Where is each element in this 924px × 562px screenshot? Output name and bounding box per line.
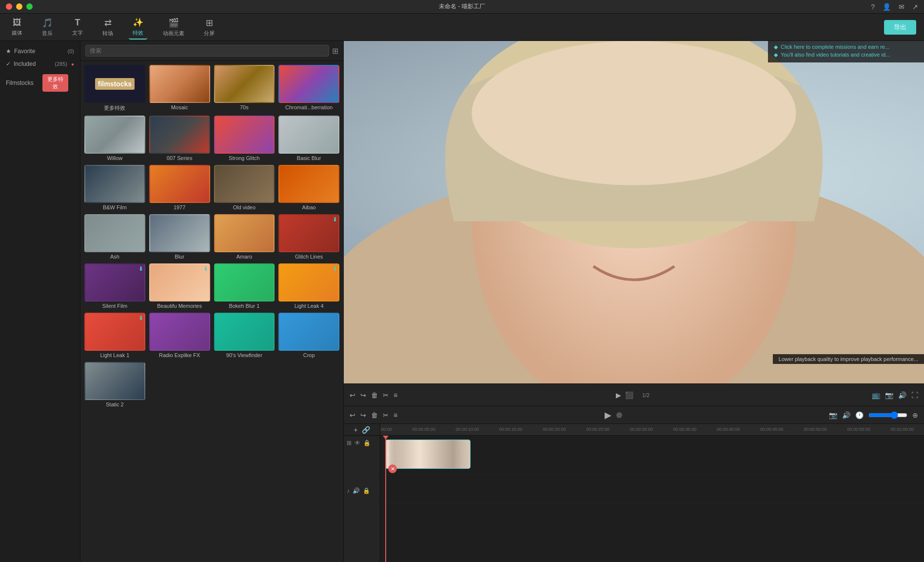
tl-zoom-reset-button[interactable]: ⊕ [912, 411, 918, 419]
preview-area: ◆ Click here to complete missions and ea… [344, 41, 924, 383]
notif-dot-2: ◆ [774, 52, 778, 58]
toolbar-split[interactable]: ⊞ 分屏 [200, 16, 218, 39]
effect-blur[interactable]: Blur [149, 214, 210, 260]
tl-undo-button[interactable]: ↩ [350, 411, 355, 419]
cut-ctrl-button[interactable]: ✂ [383, 391, 389, 399]
clip-delete-button[interactable]: ✕ [388, 464, 397, 473]
zoom-slider[interactable] [868, 411, 907, 419]
effect-willow[interactable]: Willow [84, 116, 145, 161]
effect-static-2[interactable]: Static 2 [84, 362, 145, 407]
effect-crop[interactable]: Crop [278, 313, 339, 358]
filmstocks-more-button[interactable]: 更多特效 [42, 74, 68, 92]
maximize-button[interactable] [26, 3, 33, 10]
playback-warning[interactable]: Lower playback quality to improve playba… [773, 354, 924, 364]
effect-ash[interactable]: Ash [84, 214, 145, 260]
tl-end-button[interactable] [616, 412, 622, 418]
preview-controls: ↩ ↪ 🗑 ✂ ≡ ▶ ⬛ 1/2 📺 📷 🔊 ⛶ [344, 383, 924, 406]
ruler-mark-12: 00:01:00:00 [891, 427, 914, 432]
redo-ctrl-button[interactable]: ↪ [360, 391, 366, 399]
video-track-add-button[interactable]: ⊞ [347, 440, 352, 446]
screenshot-button[interactable]: 📷 [885, 391, 893, 399]
video-track-row: ⋮ ✕ [380, 436, 924, 475]
close-button[interactable] [6, 3, 12, 10]
effect-1977[interactable]: 1977 [149, 165, 210, 210]
effect-filmstocks[interactable]: filmstocks 更多特效 [84, 65, 145, 112]
toolbar-effects[interactable]: ✨ 特效 [129, 15, 147, 40]
mail-icon[interactable]: ✉ [899, 3, 904, 11]
video-track-lock-button[interactable]: 🔒 [363, 440, 371, 446]
video-track-eye-button[interactable]: 👁 [354, 440, 360, 446]
minimize-button[interactable] [16, 3, 22, 10]
effect-basic-blur[interactable]: Basic Blur [278, 116, 339, 161]
audio-track-note-button[interactable]: ♪ [347, 487, 350, 494]
effect-007[interactable]: 007 Series [149, 116, 210, 161]
fullscreen-button[interactable]: ⛶ [911, 391, 918, 399]
effect-light-leak-1[interactable]: ⬇ Light Leak 1 [84, 313, 145, 358]
effect-bokeh-blur[interactable]: Bokeh Blur 1 [214, 263, 275, 309]
sidebar-item-included[interactable]: ✓ Included (285) ● [0, 58, 80, 70]
toolbar-animation[interactable]: 🎬 动画元素 [159, 16, 188, 39]
timeline-tracks: ⋮ ✕ [380, 436, 924, 562]
music-icon: 🎵 [42, 18, 53, 28]
toolbar-music[interactable]: 🎵 音乐 [38, 16, 57, 39]
volume-button[interactable]: 🔊 [898, 391, 906, 399]
notif-item-1[interactable]: ◆ Click here to complete missions and ea… [774, 44, 918, 50]
toolbar-transition[interactable]: ⇄ 转场 [98, 16, 117, 39]
effect-light-leak-4[interactable]: ⬇ Light Leak 4 [278, 263, 339, 309]
toolbar-media[interactable]: 🖼 媒体 [8, 16, 26, 39]
effect-glitch-lines[interactable]: ⬇ Glitch Lines [278, 214, 339, 260]
left-panel: ★ Favorite (0) ✓ Included (285) ● Filmst… [0, 41, 80, 562]
user-icon[interactable]: 👤 [883, 3, 891, 11]
help-icon[interactable]: ? [871, 3, 875, 11]
ruler-mark-9: 00:00:45:00 [760, 427, 784, 432]
tl-audio-button[interactable]: 🔊 [842, 411, 850, 419]
bw-film-label: B&W Film [84, 203, 145, 210]
timeline-content[interactable]: 00:00:00:00 00:00:05:00 00:00:10:00 00:0… [380, 424, 924, 562]
viewfinder-label: 90's Viewfinder [214, 351, 275, 358]
effect-amaro[interactable]: Amaro [214, 214, 275, 260]
window-controls[interactable] [6, 3, 33, 10]
effect-strong-glitch[interactable]: Strong Glitch [214, 116, 275, 161]
effect-viewfinder[interactable]: 90's Viewfinder [214, 313, 275, 358]
tl-play-button[interactable]: ▶ [605, 410, 611, 421]
add-track-button[interactable]: + [354, 426, 357, 434]
aibao-thumb [278, 165, 339, 203]
audio-track-speaker-button[interactable]: 🔊 [353, 487, 360, 494]
effect-silent-film[interactable]: ⬇ Silent Film [84, 263, 145, 309]
effect-chromati[interactable]: Chromati...berration [278, 65, 339, 112]
undo-ctrl-button[interactable]: ↩ [350, 391, 355, 399]
search-input[interactable] [85, 45, 329, 57]
delete-ctrl-button[interactable]: 🗑 [371, 391, 378, 399]
resolution-button[interactable]: 📺 [872, 391, 880, 399]
effect-mosaic[interactable]: Mosaic [149, 65, 210, 112]
grid-options-icon[interactable]: ⊞ [332, 46, 338, 56]
effect-old-video[interactable]: Old video [214, 165, 275, 210]
stop-button[interactable]: ⬛ [625, 391, 633, 399]
effect-radio-explike[interactable]: Radio Explike FX [149, 313, 210, 358]
list-ctrl-button[interactable]: ≡ [393, 391, 397, 399]
sidebar-item-favorite[interactable]: ★ Favorite (0) [0, 45, 80, 58]
video-clip[interactable]: ⋮ [385, 440, 471, 469]
link-button[interactable]: 🔗 [362, 426, 370, 434]
effect-beautiful-memories[interactable]: ⬇ Beautifu Memories [149, 263, 210, 309]
notif-dot-1: ◆ [774, 44, 778, 50]
effect-aibao[interactable]: Aibao [278, 165, 339, 210]
tl-split-button[interactable]: ✂ [383, 411, 389, 419]
tl-delete-button[interactable]: 🗑 [371, 411, 378, 419]
70s-label: 70s [214, 103, 275, 110]
export-button[interactable]: 导出 [884, 20, 916, 35]
play-button[interactable]: ▶ [616, 391, 621, 399]
audio-track-lock-button[interactable]: 🔒 [363, 487, 370, 494]
tl-more-button[interactable]: ≡ [393, 411, 397, 419]
tl-add-track-button[interactable]: 📷 [829, 411, 837, 419]
toolbar-text[interactable]: T 文字 [68, 16, 87, 39]
timeline-toolbar: ↩ ↪ 🗑 ✂ ≡ ▶ 📷 🔊 🕐 ⊕ [344, 406, 924, 424]
effect-70s[interactable]: 70s [214, 65, 275, 112]
tl-redo-button[interactable]: ↪ [360, 411, 366, 419]
notif-item-2[interactable]: ◆ You'll also find video tutorials and c… [774, 52, 918, 58]
clip-handle-left[interactable]: ⋮ [386, 440, 390, 468]
share-icon[interactable]: ↗ [912, 3, 918, 11]
tl-clock-button[interactable]: 🕐 [855, 411, 864, 419]
preview-panel: ◆ Click here to complete missions and ea… [344, 41, 924, 406]
effect-bw-film[interactable]: B&W Film [84, 165, 145, 210]
